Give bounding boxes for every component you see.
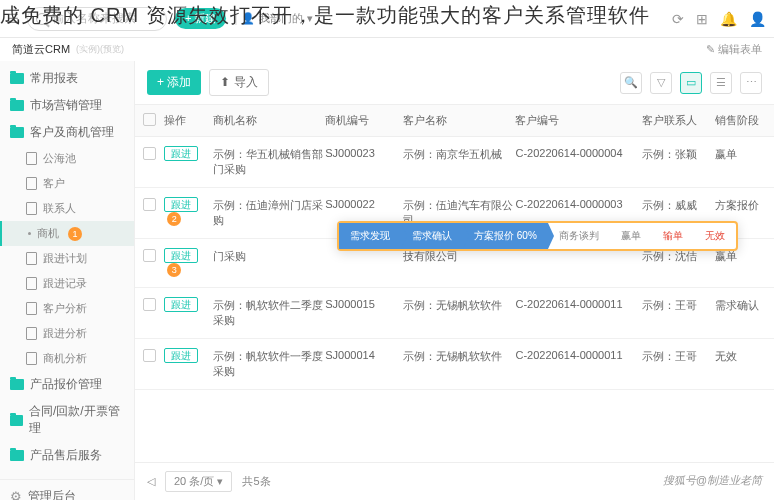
sidebar-item-pool[interactable]: 公海池	[0, 146, 134, 171]
push-button[interactable]: 跟进	[164, 146, 198, 161]
table-row[interactable]: 跟进 示例：帆软软件二季度采购 SJ000015 示例：无锡帆软软件 C-202…	[135, 288, 774, 339]
sidebar-item-marketing[interactable]: 市场营销管理	[0, 92, 134, 119]
page-size-select[interactable]: 20 条/页 ▾	[165, 471, 232, 492]
history-icon[interactable]: ⟳	[672, 11, 684, 27]
pencil-icon: ✎	[706, 43, 715, 56]
stage-step[interactable]: 方案报价 60%	[463, 223, 548, 249]
checkbox[interactable]	[143, 298, 156, 311]
cell-name: 示例：华五机械销售部门采购	[213, 147, 325, 177]
table-row[interactable]: 跟进 示例：华五机械销售部门采购 SJ000023 示例：南京华五机械 C-20…	[135, 137, 774, 188]
sidebar-item-contact[interactable]: 联系人	[0, 196, 134, 221]
cell-contact: 示例：张颖	[642, 147, 715, 177]
cell-ccode	[515, 249, 642, 277]
data-table: 操作 商机名称 商机编号 客户名称 客户编号 客户联系人 销售阶段 跟进 示例：…	[135, 104, 774, 462]
page-prev[interactable]: ◁	[147, 475, 155, 488]
subheader: 简道云CRM (实例)(预览) ✎ 编辑表单	[0, 38, 774, 61]
cell-cust: 示例：无锡帆软软件	[403, 349, 515, 379]
checkbox[interactable]	[143, 349, 156, 362]
cell-cust: 技有限公司	[403, 249, 515, 277]
badge-1: 1	[68, 227, 82, 241]
sidebar-item-follow-analysis[interactable]: 跟进分析	[0, 321, 134, 346]
stage-step[interactable]: 需求发现	[339, 223, 401, 249]
cell-stage: 需求确认	[715, 298, 774, 328]
sidebar-admin[interactable]: ⚙管理后台	[0, 479, 134, 500]
folder-icon	[10, 415, 23, 426]
folder-icon	[10, 100, 24, 111]
import-button[interactable]: ⬆ 导入	[209, 69, 268, 96]
cell-name: 门采购	[213, 249, 325, 277]
cell-contact: 示例：王哥	[642, 298, 715, 328]
doc-icon	[26, 352, 37, 365]
list-view-icon[interactable]: ☰	[710, 72, 732, 94]
app-window: ☰ 输入名称来搜索 + 新建 | 👤 我部门的 ▾ ⟳ ⊞ 🔔 👤 简道云CRM…	[0, 0, 774, 500]
cell-ccode: C-20220614-0000011	[515, 349, 642, 379]
table-row[interactable]: 跟进 示例：帆软软件一季度采购 SJ000014 示例：无锡帆软软件 C-202…	[135, 339, 774, 390]
stage-step[interactable]: 赢单	[610, 223, 652, 249]
search-icon[interactable]: 🔍	[620, 72, 642, 94]
push-button[interactable]: 跟进	[164, 248, 198, 263]
cell-code: SJ000023	[325, 147, 403, 177]
checkbox-all[interactable]	[143, 113, 156, 126]
stage-step[interactable]: 需求确认	[401, 223, 463, 249]
cell-ccode: C-20220614-0000011	[515, 298, 642, 328]
folder-icon	[10, 379, 24, 390]
cell-stage: 赢单	[715, 249, 774, 277]
sidebar-item-opp-analysis[interactable]: 商机分析	[0, 346, 134, 371]
sidebar-item-customers[interactable]: 客户及商机管理	[0, 119, 134, 146]
page-total: 共5条	[242, 474, 270, 489]
th-code: 商机编号	[325, 113, 403, 128]
th-op: 操作	[164, 113, 213, 128]
edit-form-button[interactable]: ✎ 编辑表单	[706, 42, 762, 57]
top-icons: ⟳ ⊞ 🔔 👤	[672, 11, 766, 27]
apps-icon[interactable]: ⊞	[696, 11, 708, 27]
push-button[interactable]: 跟进	[164, 297, 198, 312]
cell-code: SJ000015	[325, 298, 403, 328]
toolbar: + 添加 ⬆ 导入 🔍 ▽ ▭ ☰ ⋯	[135, 61, 774, 104]
cell-stage: 无效	[715, 349, 774, 379]
more-icon[interactable]: ⋯	[740, 72, 762, 94]
avatar-icon[interactable]: 👤	[749, 11, 766, 27]
th-cust: 客户名称	[403, 113, 515, 128]
cell-cust: 示例：无锡帆软软件	[403, 298, 515, 328]
gear-icon: ⚙	[10, 489, 22, 500]
sidebar-item-service[interactable]: 产品售后服务	[0, 442, 134, 469]
add-button[interactable]: + 添加	[147, 70, 201, 95]
toolbar-icons: 🔍 ▽ ▭ ☰ ⋯	[620, 72, 762, 94]
push-button[interactable]: 跟进	[164, 348, 198, 363]
sidebar-item-record[interactable]: 跟进记录	[0, 271, 134, 296]
doc-icon	[26, 177, 37, 190]
sidebar-item-reports[interactable]: 常用报表	[0, 65, 134, 92]
dot-icon	[28, 232, 31, 235]
bell-icon[interactable]: 🔔	[720, 11, 737, 27]
th-contact: 客户联系人	[642, 113, 715, 128]
cell-contact: 示例：王哥	[642, 349, 715, 379]
cell-name: 示例：帆软软件二季度采购	[213, 298, 325, 328]
cell-cust: 示例：南京华五机械	[403, 147, 515, 177]
doc-icon	[26, 252, 37, 265]
sidebar-item-pricing[interactable]: 产品报价管理	[0, 371, 134, 398]
table-row[interactable]: 跟进2 示例：伍迪漳州门店采购 SJ000022 示例：伍迪汽车有限公司 C-2…	[135, 188, 774, 239]
stage-step[interactable]: 输单	[652, 223, 694, 249]
cell-ccode: C-20220614-0000004	[515, 147, 642, 177]
sidebar-item-opportunity[interactable]: 商机1	[0, 221, 134, 246]
checkbox[interactable]	[143, 147, 156, 160]
stage-popover: 需求发现需求确认方案报价 60%商务谈判赢单输单无效	[337, 221, 738, 251]
sidebar-item-cust-analysis[interactable]: 客户分析	[0, 296, 134, 321]
sidebar-item-contract[interactable]: 合同/回款/开票管理	[0, 398, 134, 442]
checkbox[interactable]	[143, 249, 156, 262]
th-ccode: 客户编号	[515, 113, 642, 128]
doc-icon	[26, 302, 37, 315]
checkbox[interactable]	[143, 198, 156, 211]
filter-icon[interactable]: ▽	[650, 72, 672, 94]
card-view-icon[interactable]: ▭	[680, 72, 702, 94]
doc-icon	[26, 327, 37, 340]
doc-icon	[26, 202, 37, 215]
overlay-title: 成免费的 CRM 资源失效打不开，是一款功能强大的客户关系管理软件	[0, 2, 650, 29]
sidebar-item-plan[interactable]: 跟进计划	[0, 246, 134, 271]
stage-step[interactable]: 商务谈判	[548, 223, 610, 249]
stage-step[interactable]: 无效	[694, 223, 736, 249]
folder-icon	[10, 127, 24, 138]
sidebar-item-customer[interactable]: 客户	[0, 171, 134, 196]
push-button[interactable]: 跟进	[164, 197, 198, 212]
th-stage: 销售阶段	[715, 113, 774, 128]
